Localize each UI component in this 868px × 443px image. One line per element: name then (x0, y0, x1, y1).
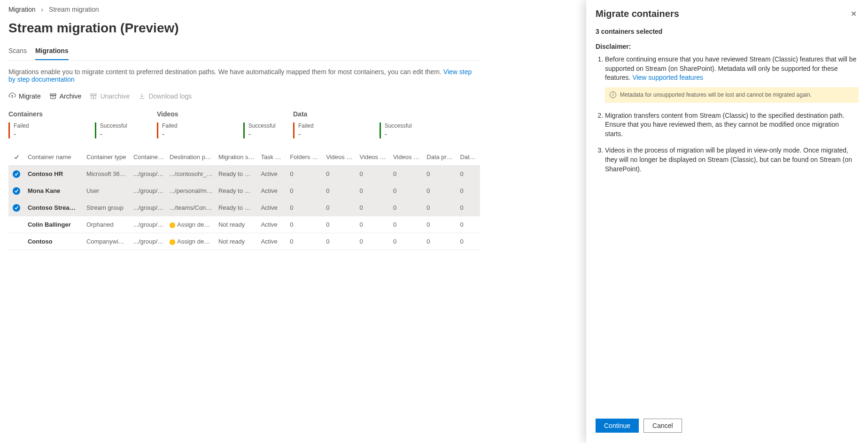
container-name: Colin Ballinger (25, 217, 84, 232)
download-icon (138, 92, 146, 100)
panel-subtitle: 3 containers selected (596, 28, 859, 35)
table-row[interactable]: Colin BallingerOrphaned.../group/ed53...… (8, 216, 480, 233)
select-all-checkbox[interactable] (8, 151, 25, 164)
container-name: Contoso HR (25, 167, 84, 181)
row-checkbox[interactable] (8, 238, 25, 245)
info-text: Metadata for unsupported features will b… (620, 91, 812, 99)
download-label: Download logs (148, 92, 192, 100)
row-checkbox[interactable] (8, 200, 25, 215)
videos-successful: Successful - (243, 122, 276, 138)
data-fail: 0 (457, 183, 480, 198)
data-fail: 0 (457, 200, 480, 215)
unarchive-button: Unarchive (90, 92, 130, 100)
task-status: Active (258, 217, 287, 232)
col-name[interactable]: Container name (25, 150, 84, 164)
destination-path: .../contosohr_micr... (167, 167, 216, 181)
supported-features-link[interactable]: View supported features (632, 74, 703, 81)
page-title: Stream migration (Preview) (8, 21, 480, 36)
successful-label: Successful (100, 122, 127, 129)
col-tstat[interactable]: Task status (258, 150, 287, 164)
container-type: User (84, 183, 131, 198)
table-row[interactable]: Contoso Stream GroupStream group.../grou… (8, 199, 480, 216)
col-vfail[interactable]: Videos failed (357, 150, 390, 164)
checkmark-icon (13, 187, 20, 195)
description-text: Migrations enable you to migrate content… (8, 68, 443, 76)
videos-prev: 0 (323, 200, 356, 215)
disclaimer-label: Disclaimer: (596, 43, 859, 50)
archive-button[interactable]: Archive (49, 92, 82, 100)
cancel-button[interactable]: Cancel (643, 419, 682, 433)
folders-created: 0 (287, 217, 323, 232)
videos-succ: 0 (390, 167, 424, 181)
tab-migrations[interactable]: Migrations (35, 47, 69, 60)
col-mstat[interactable]: Migration status (216, 150, 258, 164)
col-cpath[interactable]: Container path (131, 150, 167, 164)
col-folders[interactable]: Folders created (287, 150, 323, 164)
col-vprev[interactable]: Videos prev... (323, 150, 356, 164)
row-checkbox[interactable] (8, 183, 25, 199)
destination-path: .../personal/monak... (167, 183, 216, 198)
failed-value: - (162, 130, 178, 138)
container-path: .../group/ed53... (131, 217, 167, 232)
migration-status: Not ready (216, 234, 258, 249)
download-logs-button: Download logs (138, 92, 192, 100)
folders-created: 0 (287, 167, 323, 181)
migrate-panel: Migrate containers ✕ 3 containers select… (586, 0, 868, 443)
container-type: Orphaned (84, 217, 131, 232)
successful-value: - (385, 130, 412, 138)
data-prev: 0 (424, 200, 457, 215)
info-bar: i Metadata for unsupported features will… (605, 87, 859, 103)
col-dprev[interactable]: Data previo... (424, 150, 457, 164)
toolbar: Migrate Archive Unarchive Download logs (8, 92, 480, 100)
data-prev: 0 (424, 217, 457, 232)
migrate-label: Migrate (19, 92, 41, 100)
data-prev: 0 (424, 183, 457, 198)
videos-failed: 0 (357, 167, 390, 181)
destination-path: .../teams/Contoso... (167, 200, 216, 215)
data-fail: 0 (457, 234, 480, 249)
data-prev: 0 (424, 167, 457, 181)
col-vsucc[interactable]: Videos succ... (390, 150, 424, 164)
breadcrumb-current: Stream migration (49, 6, 99, 13)
breadcrumb-root[interactable]: Migration (8, 6, 36, 13)
successful-value: - (100, 130, 127, 138)
folders-created: 0 (287, 234, 323, 249)
chevron-right-icon: › (41, 6, 43, 13)
continue-button[interactable]: Continue (596, 419, 639, 433)
videos-failed: 0 (357, 200, 390, 215)
tab-scans[interactable]: Scans (8, 47, 27, 60)
data-failed: Failed - (293, 122, 314, 138)
checkmark-icon (13, 204, 20, 212)
failed-label: Failed (14, 122, 29, 129)
destination-path[interactable]: !Assign destination (167, 217, 216, 232)
info-icon: i (610, 92, 616, 98)
close-button[interactable]: ✕ (849, 8, 859, 20)
videos-succ: 0 (390, 217, 424, 232)
col-type[interactable]: Container type (84, 150, 131, 164)
destination-path[interactable]: !Assign destination (167, 234, 216, 249)
videos-succ: 0 (390, 183, 424, 198)
failed-label: Failed (298, 122, 314, 129)
task-status: Active (258, 183, 287, 198)
warning-icon: ! (170, 222, 175, 228)
videos-failed: Failed - (157, 122, 178, 138)
migrate-button[interactable]: Migrate (8, 92, 41, 100)
containers-title: Containers (8, 110, 157, 118)
table-row[interactable]: Contoso HRMicrosoft 365 group.../group/e… (8, 166, 480, 183)
table-row[interactable]: Mona KaneUser.../group/ed53....../person… (8, 183, 480, 199)
videos-failed: 0 (357, 183, 390, 198)
videos-prev: 0 (323, 167, 356, 181)
unarchive-icon (90, 92, 97, 100)
table-header: Container name Container type Container … (8, 149, 480, 166)
videos-succ: 0 (390, 234, 424, 249)
data-successful: Successful - (380, 122, 412, 138)
col-dpath[interactable]: Destination path (167, 150, 216, 164)
table-row[interactable]: ContosoCompanywide channel.../group/ed53… (8, 233, 480, 250)
breadcrumb: Migration › Stream migration (8, 6, 480, 13)
row-checkbox[interactable] (8, 167, 25, 182)
migration-status: Ready to migrate (216, 200, 258, 215)
folders-created: 0 (287, 183, 323, 198)
col-dfail[interactable]: Data fa... (457, 150, 480, 164)
failed-label: Failed (162, 122, 178, 129)
row-checkbox[interactable] (8, 221, 25, 229)
